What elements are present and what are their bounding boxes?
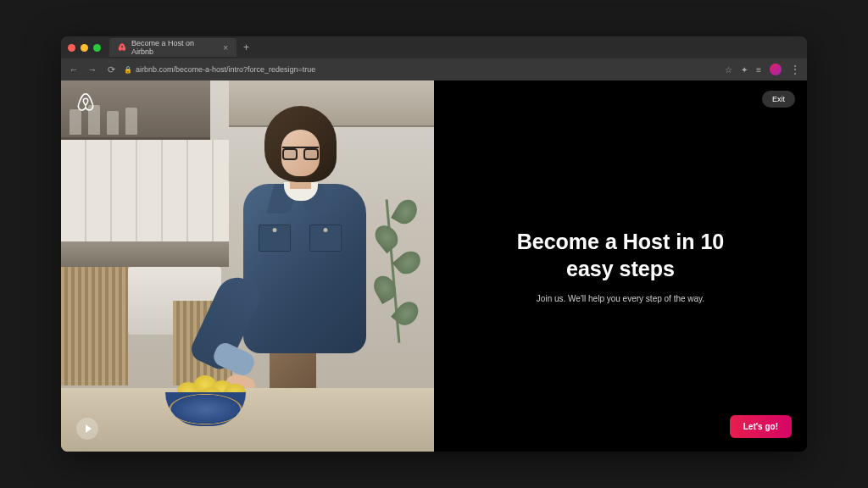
address-bar: ← → ⟳ 🔒 airbnb.com/become-a-host/intro?f…	[61, 58, 807, 80]
close-tab-icon[interactable]: ×	[223, 43, 228, 53]
exit-button[interactable]: Exit	[762, 91, 795, 108]
close-window-button[interactable]	[68, 44, 75, 52]
play-icon	[86, 424, 92, 433]
airbnb-favicon	[118, 43, 126, 52]
reload-button[interactable]: ⟳	[105, 64, 117, 75]
tab-bar: Become a Host on Airbnb × +	[61, 36, 807, 58]
reading-list-icon[interactable]: ≡	[756, 65, 761, 75]
intro-panel: Exit Become a Host in 10 easy steps Join…	[434, 80, 807, 452]
extensions-icon[interactable]: ✦	[741, 65, 748, 75]
browser-tab[interactable]: Become a Host on Airbnb ×	[109, 38, 236, 57]
menu-icon[interactable]: ⋮	[790, 64, 800, 75]
star-icon[interactable]: ☆	[725, 65, 732, 75]
lock-icon: 🔒	[124, 66, 132, 74]
back-button[interactable]: ←	[68, 64, 80, 75]
page-subheading: Join us. We'll help you every step of th…	[537, 294, 704, 303]
new-tab-button[interactable]: +	[243, 42, 249, 53]
hero-image	[61, 80, 434, 452]
hero-video-panel	[61, 80, 434, 452]
page-content: Exit Become a Host in 10 easy steps Join…	[61, 80, 807, 452]
window-controls	[68, 44, 101, 52]
url-input[interactable]: 🔒 airbnb.com/become-a-host/intro?force_r…	[124, 65, 718, 74]
profile-avatar[interactable]	[770, 64, 782, 75]
page-heading: Become a Host in 10 easy steps	[493, 229, 748, 282]
airbnb-logo[interactable]	[76, 92, 95, 116]
toolbar-right: ☆ ✦ ≡ ⋮	[725, 64, 800, 75]
minimize-window-button[interactable]	[81, 44, 88, 52]
browser-window: Become a Host on Airbnb × + ← → ⟳ 🔒 airb…	[61, 36, 807, 452]
tab-title: Become a Host on Airbnb	[131, 39, 214, 56]
forward-button[interactable]: →	[86, 64, 98, 75]
url-text: airbnb.com/become-a-host/intro?force_red…	[136, 65, 315, 74]
maximize-window-button[interactable]	[93, 44, 101, 52]
play-button[interactable]	[76, 418, 98, 440]
lets-go-button[interactable]: Let's go!	[730, 415, 792, 438]
